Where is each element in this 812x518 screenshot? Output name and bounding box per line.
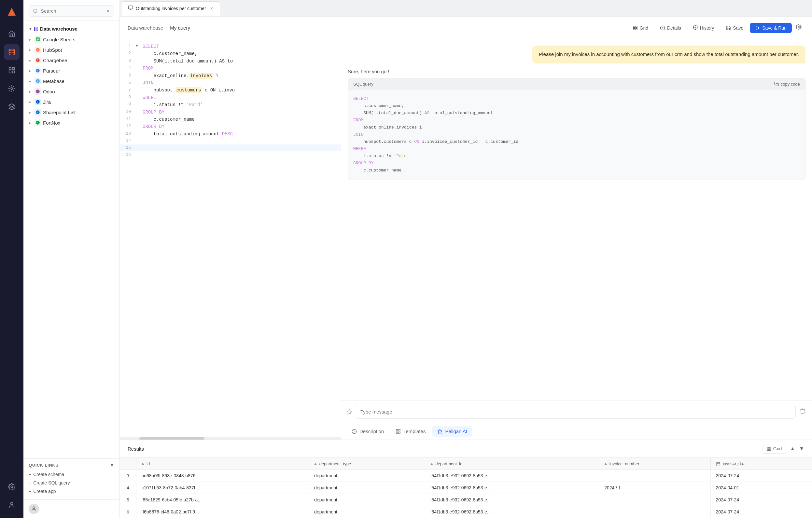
tab-outstanding-invoices[interactable]: Outstanding invoices per customer ✕ [121,1,220,16]
sidebar-item-odoo[interactable]: ▶ O Odoo [24,86,119,97]
save-button[interactable]: Save [721,23,749,33]
nav-grid-button[interactable] [4,62,20,78]
col-header-department-type[interactable]: A department_type [309,458,425,469]
nav-user-button[interactable] [4,497,20,513]
editor-content[interactable]: 1 ▶ SELECT 2 c.customer_name, 3 [120,39,341,437]
svg-point-10 [33,9,37,13]
tab-description-label: Description [359,429,384,434]
details-button[interactable]: Details [655,23,686,33]
row-dept-type-3: department [309,470,425,482]
nav-apps-button[interactable] [4,99,20,115]
search-input[interactable] [41,8,104,14]
search-box[interactable]: ✕ [29,5,114,17]
sidebar-item-sharepoint[interactable]: ▶ S Sharepoint List [24,107,119,118]
col-header-invoice-date[interactable]: invoice_da... [710,458,812,469]
google-sheets-label: Google Sheets [43,37,75,42]
quick-links-collapse-icon[interactable]: ▼ [110,463,114,467]
breadcrumb-root[interactable]: Data warehouse [127,25,163,31]
tab-close-icon[interactable]: ✕ [210,6,213,11]
sidebar-item-jira[interactable]: ▶ J Jira [24,97,119,107]
col-header-rownum [120,458,136,469]
jira-label: Jira [43,99,51,105]
editor-line-7: 7 hubspot.customers c ON i.invo [120,87,341,94]
editor-line-11: 11 c.customer_name [120,116,341,123]
svg-text:H: H [37,49,38,51]
copy-code-button[interactable]: copy code [774,82,800,87]
sidebar-item-fortnox[interactable]: ▶ F FortNox [24,118,119,128]
bottom-tabs: Description Templates Peliqan AI [341,423,812,439]
ai-sparkle-icon [346,409,352,415]
svg-marker-54 [438,429,442,433]
expand-results-button[interactable]: ▼ [799,446,804,452]
sql-block-header: SQL query copy code [348,79,805,90]
ai-sql-code: SELECT c.customer_name, SUM(i.total_due_… [348,90,805,180]
collapse-arrow-icon: ▶ [29,80,33,83]
ai-intro-text: Sure, here you go ! [348,69,806,74]
sidebar-item-metabase[interactable]: ▶ M Metabase [24,76,119,86]
sidebar-item-google-sheets[interactable]: ▶ Google Sheets [24,34,119,44]
collapse-arrow-icon: ▶ [29,111,33,114]
app-logo[interactable] [5,5,18,18]
create-schema-link[interactable]: + Create schema [29,470,114,479]
grid-selector[interactable]: Grid [762,444,786,454]
main-area: Outstanding invoices per customer ✕ Data… [120,0,812,518]
grid-icon [633,25,638,31]
row-id-5: f85e1829-6cb4-05fc-a27b-a... [136,494,309,506]
clear-search-icon[interactable]: ✕ [106,8,110,14]
chat-input[interactable] [355,405,796,419]
col-header-id[interactable]: A id [136,458,309,469]
sidebar-item-hubspot[interactable]: ▶ H HubSpot [24,44,119,55]
col-header-department-id[interactable]: A department_id [425,458,599,469]
history-button[interactable]: History [688,23,720,33]
gear-icon [796,24,802,30]
svg-text:P: P [37,70,38,71]
sidebar-item-data-warehouse[interactable]: ▼ 🗄 Data warehouse [24,24,119,34]
svg-rect-55 [767,447,769,448]
table-header-row: A id A department_type A department_id [120,458,812,469]
row-inv-num-3 [599,470,710,482]
row-id-6: ff6b8876-cf46-0a02-bc7f-9... [136,506,309,518]
sharepoint-label: Sharepoint List [43,110,76,115]
tab-peliqan-ai-label: Peliqan AI [445,429,467,434]
col-header-invoice-number[interactable]: A invoice_number [599,458,710,469]
delete-message-button[interactable] [798,407,807,417]
quick-links-header[interactable]: Quick Links ▼ [29,463,114,467]
nav-pipeline-button[interactable] [4,81,20,96]
results-title: Results [127,446,144,452]
sidebar-search-container: ✕ [24,0,119,21]
ai-chat-area: Please join my invoices in accounting wi… [341,39,812,400]
scroll-thumb[interactable] [139,437,204,439]
sidebar-item-parseur[interactable]: ▶ P Parseur [24,65,119,76]
sidebar-item-chargebee[interactable]: ▶ C Chargebee [24,55,119,65]
editor-line-6: 6 JOIN [120,80,341,87]
grid-button[interactable]: Grid [628,23,654,33]
nav-settings-button[interactable] [4,479,20,494]
create-schema-label: Create schema [33,472,64,477]
sql-editor[interactable]: 1 ▶ SELECT 2 c.customer_name, 3 [120,39,341,439]
settings-gear-button[interactable] [793,22,804,34]
fortnox-icon: F [34,119,41,126]
save-run-button[interactable]: Save & Run [750,23,792,33]
create-sql-plus-icon: + [29,480,31,485]
collapse-results-button[interactable]: ▲ [790,446,795,452]
query-actions: Grid Details History Save [628,22,804,34]
editor-line-3: 3 SUM(i.total_due_amount) AS to [120,58,341,65]
tab-templates[interactable]: Templates [390,426,431,437]
create-app-link[interactable]: + Create app [29,487,114,495]
tab-peliqan-ai[interactable]: Peliqan AI [432,426,472,437]
nav-home-button[interactable] [4,26,20,42]
row-id-3: bd68a09f-863e-0848-b876-... [136,470,309,482]
row-dept-type-6: department [309,506,425,518]
sidebar-user-section[interactable] [24,499,119,518]
odoo-icon: O [34,88,41,95]
editor-scrollbar[interactable] [120,437,341,439]
create-sql-query-link[interactable]: + Create SQL query [29,479,114,487]
svg-rect-14 [37,39,39,40]
svg-rect-38 [636,28,637,30]
tab-description[interactable]: Description [346,426,389,437]
collapse-arrow-icon: ▶ [29,69,33,72]
table-row: 6 ff6b8876-cf46-0a02-bc7f-9... departmen… [120,506,812,518]
breadcrumb-current: My query [170,25,190,31]
nav-database-button[interactable] [4,44,20,60]
row-inv-num-4: 2024 / 1 [599,482,710,494]
